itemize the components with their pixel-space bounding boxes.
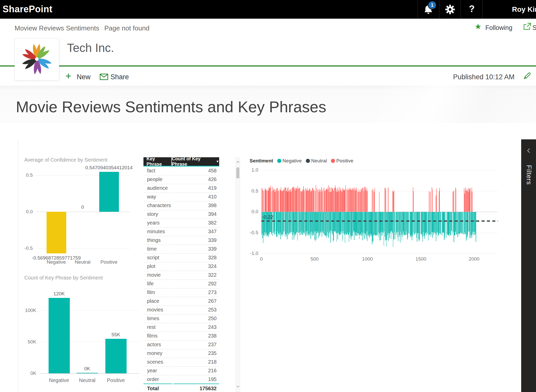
legend-label: Neutral xyxy=(311,158,327,164)
positive-bar[interactable] xyxy=(266,191,267,212)
following-button[interactable]: Following xyxy=(485,24,512,31)
positive-bar[interactable] xyxy=(367,191,368,212)
settings-button[interactable] xyxy=(445,4,455,16)
column-header-count[interactable]: Count of Key Phrase▼ xyxy=(172,157,219,166)
negative-bar[interactable] xyxy=(476,212,476,242)
table-row[interactable]: fact458 xyxy=(143,166,219,175)
negative-bar[interactable] xyxy=(420,212,420,234)
table-row[interactable]: movies253 xyxy=(143,306,219,314)
bar-neutral[interactable] xyxy=(77,373,98,373)
positive-bar[interactable] xyxy=(304,191,305,212)
bell-icon xyxy=(423,12,433,16)
table-row[interactable]: audience419 xyxy=(143,184,219,193)
bar-negative[interactable] xyxy=(49,298,70,373)
positive-bar[interactable] xyxy=(346,189,347,212)
legend-item-neutral[interactable]: Neutral xyxy=(306,158,327,164)
tab-page-not-found[interactable]: Page not found xyxy=(104,24,149,32)
new-button[interactable]: New xyxy=(77,73,91,81)
table-row[interactable]: script328 xyxy=(143,253,219,262)
table-row[interactable]: people426 xyxy=(143,175,219,184)
bar-positive[interactable] xyxy=(99,172,119,212)
negative-bar[interactable] xyxy=(462,212,463,234)
table-row[interactable]: things339 xyxy=(143,236,219,245)
negative-bar[interactable] xyxy=(468,212,468,232)
negative-bar[interactable] xyxy=(395,212,395,239)
positive-bar[interactable] xyxy=(345,185,346,212)
positive-bar[interactable] xyxy=(356,187,357,212)
legend-item-positive[interactable]: Positive xyxy=(331,158,353,164)
edit-page-button[interactable] xyxy=(523,72,531,81)
positive-bar[interactable] xyxy=(456,189,456,212)
positive-bar[interactable] xyxy=(372,189,373,212)
table-row[interactable]: actors237 xyxy=(143,340,219,349)
table-row[interactable]: times250 xyxy=(143,314,219,323)
bar-positive[interactable] xyxy=(105,339,127,373)
positive-bar[interactable] xyxy=(472,192,473,212)
negative-bar[interactable] xyxy=(427,212,427,235)
site-logo[interactable] xyxy=(15,38,59,81)
user-name[interactable]: Roy Kim xyxy=(512,5,536,14)
table-row[interactable]: films238 xyxy=(143,332,219,340)
positive-bar[interactable] xyxy=(429,191,429,212)
legend-label: Positive xyxy=(336,158,353,164)
positive-bar[interactable] xyxy=(317,190,318,212)
table-row[interactable]: plot324 xyxy=(143,262,219,271)
legend-item-negative[interactable]: Negative xyxy=(277,158,302,164)
table-row[interactable]: movie322 xyxy=(143,271,219,279)
sharepoint-logo[interactable]: SharePoint xyxy=(3,4,52,15)
positive-bar[interactable] xyxy=(374,188,375,212)
positive-bar[interactable] xyxy=(316,185,316,212)
positive-bar[interactable] xyxy=(430,191,431,212)
table-row[interactable]: film273 xyxy=(143,288,219,297)
table-scrollbar[interactable] xyxy=(236,157,240,392)
tab-movie-reviews-sentiments[interactable]: Moview Reviews Sentiments xyxy=(15,24,99,32)
positive-bar[interactable] xyxy=(271,192,272,212)
table-row[interactable]: money235 xyxy=(143,349,219,358)
table-row[interactable]: time339 xyxy=(143,245,219,253)
positive-bar[interactable] xyxy=(470,188,471,212)
share-page-label[interactable]: Share xyxy=(532,24,536,31)
bar-negative[interactable] xyxy=(47,212,66,253)
table-row[interactable]: life292 xyxy=(143,279,219,288)
negative-bar[interactable] xyxy=(446,212,446,238)
table-row[interactable]: years382 xyxy=(143,219,219,227)
negative-bar[interactable] xyxy=(452,212,453,235)
table-row[interactable]: story394 xyxy=(143,210,219,219)
table-row[interactable]: way410 xyxy=(143,193,219,201)
positive-bar[interactable] xyxy=(314,190,315,212)
positive-bar[interactable] xyxy=(379,192,379,212)
scroll-down-icon[interactable] xyxy=(236,385,240,388)
positive-bar[interactable] xyxy=(439,188,440,212)
positive-bar[interactable] xyxy=(436,188,437,212)
positive-bar[interactable] xyxy=(413,191,414,212)
table-row[interactable]: place267 xyxy=(143,297,219,306)
positive-bar[interactable] xyxy=(263,191,264,212)
following-star-icon[interactable]: ★ xyxy=(475,22,482,31)
site-title[interactable]: Tech Inc. xyxy=(67,41,114,55)
table-total-row: Total175632 xyxy=(143,384,219,392)
column-header-key-phrase[interactable]: Key Phrase xyxy=(143,157,172,166)
scrollbar-thumb[interactable] xyxy=(236,167,239,178)
table-row[interactable]: year216 xyxy=(143,366,219,375)
share-page-button[interactable] xyxy=(523,23,531,31)
help-button[interactable]: ? xyxy=(468,4,476,14)
table-row[interactable]: rest243 xyxy=(143,323,219,332)
table-row[interactable]: order195 xyxy=(143,375,219,384)
table-row[interactable]: characters398 xyxy=(143,201,219,210)
filters-label[interactable]: Filters xyxy=(525,165,533,185)
table-row[interactable]: minutes347 xyxy=(143,227,219,236)
scroll-up-icon[interactable] xyxy=(236,160,240,164)
positive-bar[interactable] xyxy=(432,189,433,212)
negative-bar[interactable] xyxy=(445,212,445,234)
positive-bar[interactable] xyxy=(388,188,389,212)
positive-bar[interactable] xyxy=(279,191,279,212)
table-row[interactable]: scenes218 xyxy=(143,358,219,366)
positive-bar[interactable] xyxy=(454,191,454,212)
positive-bar[interactable] xyxy=(386,190,386,212)
positive-bar[interactable] xyxy=(323,189,323,212)
expand-filters-button[interactable] xyxy=(526,148,532,155)
negative-bar[interactable] xyxy=(441,212,441,235)
positive-bar[interactable] xyxy=(394,190,394,212)
share-button[interactable]: Share xyxy=(110,73,129,81)
negative-bar[interactable] xyxy=(409,212,409,234)
